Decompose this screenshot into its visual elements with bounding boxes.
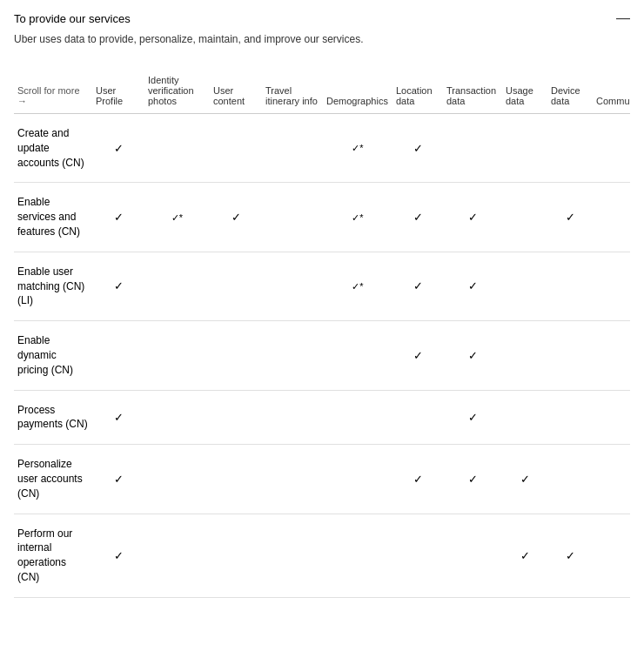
header-usage: Usage data bbox=[502, 59, 547, 114]
cell-usage: ✓ bbox=[502, 445, 547, 514]
cell-usage bbox=[502, 252, 547, 320]
cell-demographics: ✓* bbox=[323, 114, 392, 183]
cell-device bbox=[547, 252, 593, 320]
table-row: Enable services and features (CN)✓✓*✓✓*✓… bbox=[14, 183, 630, 252]
section-title: To provide our services bbox=[14, 12, 131, 25]
checkmark-icon: ✓ bbox=[520, 473, 530, 486]
cell-transaction: ✓ bbox=[443, 252, 502, 320]
cell-user_profile: ✓ bbox=[92, 445, 144, 514]
cell-user_content bbox=[210, 514, 262, 597]
cell-device bbox=[547, 114, 593, 183]
checkmark-icon: ✓ bbox=[114, 411, 124, 424]
cell-communications bbox=[593, 183, 630, 252]
checkmark-icon: ✓ bbox=[468, 411, 478, 424]
cell-communications bbox=[593, 514, 630, 597]
checkmark-icon: ✓ bbox=[566, 211, 575, 224]
checkmark-icon: ✓ bbox=[114, 549, 124, 562]
cell-user_content bbox=[210, 321, 262, 390]
cell-usage: ✓ bbox=[502, 514, 547, 597]
cell-usage bbox=[502, 321, 547, 390]
cell-demographics bbox=[323, 321, 392, 390]
cell-location bbox=[392, 390, 443, 445]
cell-travel bbox=[262, 321, 323, 390]
cell-identity bbox=[144, 252, 210, 320]
cell-device bbox=[547, 390, 593, 445]
cell-transaction: ✓ bbox=[443, 390, 502, 445]
checkmark-asterisk-icon: ✓* bbox=[352, 281, 363, 292]
checkmark-icon: ✓ bbox=[413, 349, 423, 362]
cell-purpose: Enable user matching (CN) (LI) bbox=[14, 252, 92, 320]
cell-usage bbox=[502, 114, 547, 183]
cell-purpose: Process payments (CN) bbox=[14, 390, 92, 445]
header-identity: Identity verification photos bbox=[144, 59, 210, 114]
cell-user_content bbox=[210, 114, 262, 183]
checkmark-asterisk-icon: ✓* bbox=[352, 143, 363, 153]
cell-user_profile: ✓ bbox=[92, 390, 144, 445]
checkmark-icon: ✓ bbox=[114, 473, 124, 486]
cell-purpose: Enable dynamic pricing (CN) bbox=[14, 321, 92, 390]
cell-user_profile: ✓ bbox=[92, 514, 144, 597]
checkmark-icon: ✓ bbox=[468, 349, 478, 362]
data-table: Scroll for more → User Profile Identity … bbox=[14, 59, 630, 598]
cell-travel bbox=[262, 390, 323, 445]
header-user-profile: User Profile bbox=[92, 59, 144, 114]
cell-identity bbox=[144, 445, 210, 514]
checkmark-icon: ✓ bbox=[468, 279, 478, 292]
checkmark-icon: ✓ bbox=[114, 211, 124, 224]
checkmark-asterisk-icon: ✓* bbox=[352, 212, 363, 223]
table-header-row: Scroll for more → User Profile Identity … bbox=[14, 59, 630, 114]
cell-communications bbox=[593, 445, 630, 514]
header-device: Device data bbox=[547, 59, 593, 114]
cell-demographics bbox=[323, 445, 392, 514]
header-travel: Travel itinerary info bbox=[262, 59, 323, 114]
cell-travel bbox=[262, 514, 323, 597]
cell-travel bbox=[262, 252, 323, 320]
cell-travel bbox=[262, 114, 323, 183]
checkmark-icon: ✓ bbox=[520, 549, 530, 562]
table-row: Enable dynamic pricing (CN)✓✓ bbox=[14, 321, 630, 390]
section-header: To provide our services — bbox=[14, 10, 630, 26]
cell-travel bbox=[262, 183, 323, 252]
cell-location: ✓ bbox=[392, 252, 443, 320]
cell-device bbox=[547, 445, 593, 514]
cell-usage bbox=[502, 183, 547, 252]
table-row: Personalize user accounts (CN)✓✓✓✓ bbox=[14, 445, 630, 514]
cell-location: ✓ bbox=[392, 183, 443, 252]
cell-identity bbox=[144, 114, 210, 183]
cell-identity bbox=[144, 390, 210, 445]
checkmark-icon: ✓ bbox=[413, 279, 423, 292]
cell-location: ✓ bbox=[392, 321, 443, 390]
cell-location: ✓ bbox=[392, 445, 443, 514]
cell-purpose: Perform our internal operations (CN) bbox=[14, 514, 92, 597]
cell-demographics bbox=[323, 514, 392, 597]
header-communications: Communications bbox=[593, 59, 630, 114]
cell-user_profile: ✓ bbox=[92, 252, 144, 320]
cell-purpose: Enable services and features (CN) bbox=[14, 183, 92, 252]
checkmark-icon: ✓ bbox=[413, 142, 423, 155]
table-row: Create and update accounts (CN)✓✓*✓ bbox=[14, 114, 630, 183]
header-demographics: Demographics bbox=[323, 59, 392, 114]
cell-purpose: Create and update accounts (CN) bbox=[14, 114, 92, 183]
cell-user_content: ✓ bbox=[210, 183, 262, 252]
header-purpose: Scroll for more → bbox=[14, 59, 92, 114]
collapse-icon[interactable]: — bbox=[616, 10, 630, 26]
cell-location bbox=[392, 514, 443, 597]
cell-user_content bbox=[210, 252, 262, 320]
cell-user_profile: ✓ bbox=[92, 114, 144, 183]
cell-device: ✓ bbox=[547, 183, 593, 252]
page-container: To provide our services — Uber uses data… bbox=[0, 0, 644, 608]
cell-demographics: ✓* bbox=[323, 183, 392, 252]
cell-transaction: ✓ bbox=[443, 445, 502, 514]
table-row: Enable user matching (CN) (LI)✓✓*✓✓ bbox=[14, 252, 630, 320]
checkmark-icon: ✓ bbox=[566, 549, 575, 562]
checkmark-icon: ✓ bbox=[468, 473, 478, 486]
cell-transaction: ✓ bbox=[443, 183, 502, 252]
table-wrapper: Scroll for more → User Profile Identity … bbox=[14, 59, 630, 598]
cell-identity bbox=[144, 321, 210, 390]
checkmark-asterisk-icon: ✓* bbox=[171, 212, 183, 223]
cell-demographics: ✓* bbox=[323, 252, 392, 320]
cell-identity: ✓* bbox=[144, 183, 210, 252]
checkmark-icon: ✓ bbox=[468, 211, 478, 224]
header-user-content: User content bbox=[210, 59, 262, 114]
table-row: Perform our internal operations (CN)✓✓✓ bbox=[14, 514, 630, 597]
